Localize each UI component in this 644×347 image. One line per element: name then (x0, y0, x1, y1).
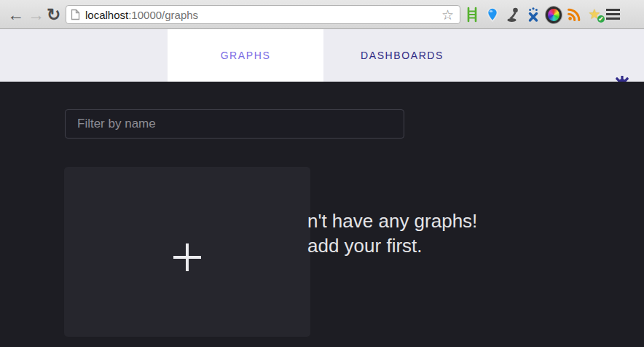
tab-dashboards[interactable]: DASHBOARDS (323, 29, 481, 82)
forward-button[interactable]: → (28, 2, 44, 27)
extension-icons: ★✔ (464, 6, 602, 23)
empty-state-line-1: n't have any graphs! (307, 208, 477, 233)
menu-icon[interactable] (606, 9, 620, 22)
lamp-extension-icon[interactable] (505, 6, 521, 23)
star-check-extension-icon[interactable]: ★✔ (586, 6, 602, 23)
rss-extension-icon[interactable] (566, 6, 582, 23)
balloon-extension-icon[interactable] (484, 6, 500, 23)
bookmark-star-icon[interactable]: ☆ (441, 8, 454, 22)
browser-toolbar: ← → ↻ localhost:10000/graphs ☆ (0, 0, 644, 29)
add-graph-card[interactable] (64, 167, 310, 337)
tab-dashboards-label: DASHBOARDS (361, 50, 444, 61)
ladder-extension-icon[interactable] (464, 6, 480, 23)
empty-state-text: n't have any graphs! add your first. (307, 208, 477, 258)
people-x-extension-icon[interactable] (525, 6, 541, 23)
empty-state-line-2: add your first. (307, 233, 477, 258)
back-button[interactable]: ← (7, 2, 24, 27)
page-icon (71, 9, 80, 20)
check-icon: ✔ (597, 15, 605, 23)
address-bar[interactable]: localhost:10000/graphs ☆ (66, 5, 460, 24)
tab-graphs[interactable]: GRAPHS (168, 29, 323, 82)
tab-graphs-label: GRAPHS (221, 50, 271, 61)
filter-input[interactable] (65, 109, 404, 139)
browser-window: ← → ↻ localhost:10000/graphs ☆ (0, 0, 644, 347)
app-header: GRAPHS DASHBOARDS (0, 29, 644, 82)
refresh-button[interactable]: ↻ (47, 2, 60, 27)
url-text: localhost:10000/graphs (85, 9, 441, 21)
aperture-extension-icon[interactable] (546, 6, 562, 23)
graphs-page: n't have any graphs! add your first. (0, 82, 644, 347)
